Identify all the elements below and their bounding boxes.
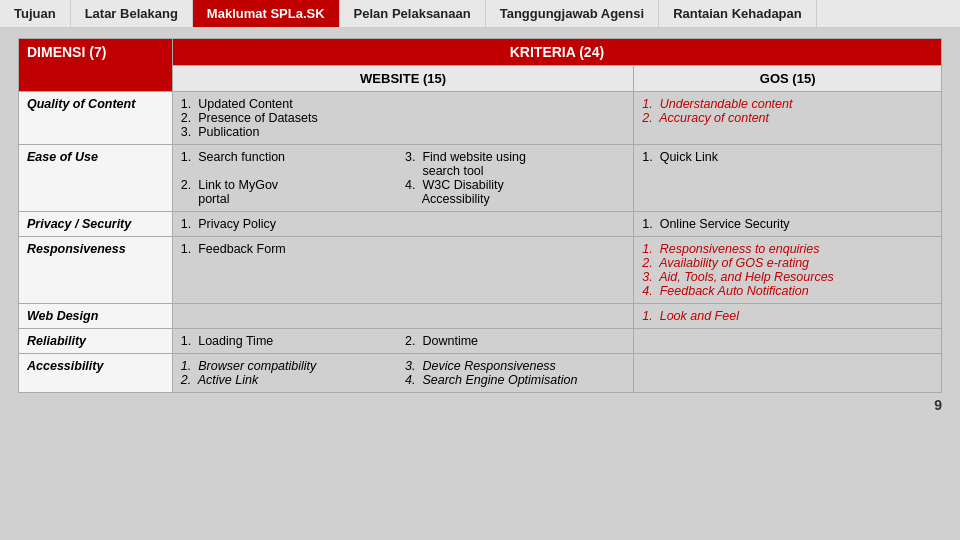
gos-responsiveness: 1. Responsiveness to enquiries 2. Availa… [634,237,942,304]
table-row: Quality of Content 1. Updated Content 2.… [19,92,942,145]
gos-ease: 1. Quick Link [634,145,942,212]
dimensi-header: DIMENSI (7) [19,39,173,92]
website-header: WEBSITE (15) [172,66,634,92]
criteria-table: DIMENSI (7) KRITERIA (24) WEBSITE (15) G… [18,38,942,393]
dimension-responsiveness: Responsiveness [19,237,173,304]
gos-quality: 1. Understandable content 2. Accuracy of… [634,92,942,145]
gos-header: GOS (15) [634,66,942,92]
nav-rantaian-kehadapan[interactable]: Rantaian Kehadapan [659,0,817,27]
table-row: Ease of Use 1. Search function 2. Link t… [19,145,942,212]
table-row: Web Design 1. Look and Feel [19,304,942,329]
nav-tujuan[interactable]: Tujuan [0,0,71,27]
main-content: DIMENSI (7) KRITERIA (24) WEBSITE (15) G… [0,28,960,540]
gos-reliability [634,329,942,354]
kriteria-header: KRITERIA (24) [172,39,941,66]
table-row: Accessibility 1. Browser compatibility 2… [19,354,942,393]
dimension-accessibility: Accessibility [19,354,173,393]
dimension-reliability: Reliability [19,329,173,354]
gos-webdesign: 1. Look and Feel [634,304,942,329]
dimension-ease: Ease of Use [19,145,173,212]
dimension-quality: Quality of Content [19,92,173,145]
table-row: Privacy / Security 1. Privacy Policy 1. … [19,212,942,237]
table-row: Reliability 1. Loading Time 2. Downtime [19,329,942,354]
top-navigation: Tujuan Latar Belakang Maklumat SPLa.SK P… [0,0,960,28]
dimension-webdesign: Web Design [19,304,173,329]
website-responsiveness: 1. Feedback Form [172,237,634,304]
nav-maklumat-splask[interactable]: Maklumat SPLa.SK [193,0,340,27]
website-ease: 1. Search function 2. Link to MyGov port… [172,145,634,212]
gos-accessibility [634,354,942,393]
nav-tanggungjawab-agensi[interactable]: Tanggungjawab Agensi [486,0,659,27]
website-quality: 1. Updated Content 2. Presence of Datase… [172,92,634,145]
website-webdesign [172,304,634,329]
gos-privacy: 1. Online Service Security [634,212,942,237]
website-privacy: 1. Privacy Policy [172,212,634,237]
website-reliability: 1. Loading Time 2. Downtime [172,329,634,354]
nav-pelan-pelaksanaan[interactable]: Pelan Pelaksanaan [340,0,486,27]
dimension-privacy: Privacy / Security [19,212,173,237]
page-number: 9 [18,397,942,413]
website-accessibility: 1. Browser compatibility 2. Active Link … [172,354,634,393]
nav-latar-belakang[interactable]: Latar Belakang [71,0,193,27]
table-row: Responsiveness 1. Feedback Form 1. Respo… [19,237,942,304]
